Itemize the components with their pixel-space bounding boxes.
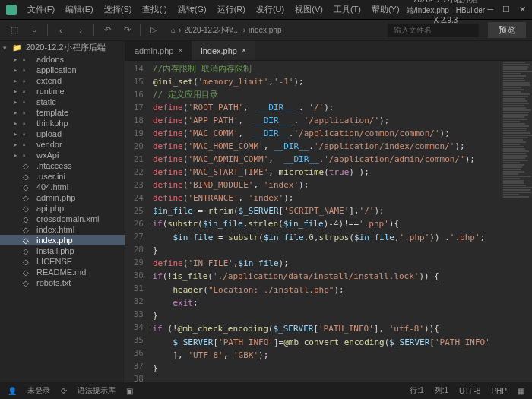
encoding[interactable]: UTF-8 <box>459 387 480 395</box>
window-title: 2020-12.2小程序后端/index.php - HBuilder X 2.… <box>404 0 488 24</box>
tree-file[interactable]: ◇admin.php <box>0 192 125 203</box>
menu-item[interactable]: 选择(S) <box>100 2 137 17</box>
tree-folder[interactable]: ▸▫addons <box>0 54 125 65</box>
editor-tab[interactable]: index.php× <box>192 41 255 60</box>
new-file-icon[interactable]: ▫ <box>26 23 43 38</box>
tree-folder[interactable]: ▸▫extend <box>0 75 125 86</box>
editor-tab[interactable]: admin.php× <box>125 41 192 60</box>
col-indicator[interactable]: 列:1 <box>435 385 448 396</box>
tree-folder[interactable]: ▸▫template <box>0 107 125 118</box>
file-explorer[interactable]: ▾📁2020-12.2小程序后端▸▫addons▸▫application▸▫e… <box>0 41 125 382</box>
syntax-label[interactable]: 语法提示库 <box>78 385 116 396</box>
code-lines[interactable]: //内存限制 取消内存限制 @ini_set('memory_limit','-… <box>150 61 532 382</box>
toggle-sidebar-icon[interactable]: ⬚ <box>6 23 23 38</box>
toolbar: ⬚ ▫ ‹ › ↶ ↷ ▷ ⌂ › 2020-12.2小程... › index… <box>0 20 532 41</box>
preview-button[interactable]: 预览 <box>488 22 526 38</box>
grid-icon[interactable]: ▦ <box>518 387 524 395</box>
tree-folder[interactable]: ▸▫application <box>0 65 125 75</box>
tree-file[interactable]: ◇README.md <box>0 267 125 277</box>
tree-file[interactable]: ◇crossdomain.xml <box>0 214 125 224</box>
tree-file[interactable]: ◇index.php <box>0 235 125 245</box>
user-icon[interactable]: 👤 <box>8 387 17 395</box>
line-gutter: 14 15 16 17 18 19 20 21 22 23 24 25 26 2… <box>125 61 150 382</box>
menu-item[interactable]: 发行(U) <box>252 2 289 17</box>
tree-root[interactable]: ▾📁2020-12.2小程序后端 <box>0 41 125 54</box>
maximize-button[interactable]: ☐ <box>502 5 510 14</box>
tree-file[interactable]: ◇robots.txt <box>0 277 125 288</box>
home-icon[interactable]: ⌂ <box>171 26 176 34</box>
menu-item[interactable]: 运行(R) <box>213 2 250 17</box>
tree-folder[interactable]: ▸▫vendor <box>0 139 125 150</box>
language[interactable]: PHP <box>491 387 507 395</box>
forward-icon[interactable]: › <box>72 23 89 38</box>
run-icon[interactable]: ▷ <box>145 23 162 38</box>
back-icon[interactable]: ‹ <box>52 23 69 38</box>
menu-item[interactable]: 文件(F) <box>23 2 59 17</box>
tree-folder[interactable]: ▸▫thinkphp <box>0 118 125 128</box>
breadcrumb: ⌂ › 2020-12.2小程... › index.php <box>171 25 281 36</box>
window-controls: ─ ☐ ✕ <box>487 5 526 14</box>
titlebar: 文件(F)编辑(E)选择(S)查找(I)跳转(G)运行(R)发行(U)视图(V)… <box>0 0 532 20</box>
status-bar: 👤 未登录 ⟳ 语法提示库 ▣ 行:1 列:1 UTF-8 PHP ▦ <box>0 382 532 399</box>
menu-item[interactable]: 工具(T) <box>329 2 366 17</box>
menu-item[interactable]: 帮助(Y) <box>367 2 404 17</box>
menu-bar: 文件(F)编辑(E)选择(S)查找(I)跳转(G)运行(R)发行(U)视图(V)… <box>23 2 404 17</box>
minimize-button[interactable]: ─ <box>487 5 493 14</box>
close-button[interactable]: ✕ <box>519 5 526 14</box>
tree-folder[interactable]: ▸▫upload <box>0 128 125 139</box>
menu-item[interactable]: 编辑(E) <box>61 2 98 17</box>
tree-file[interactable]: ◇.htaccess <box>0 160 125 171</box>
editor-tabs: admin.php×index.php× <box>125 41 532 61</box>
tree-file[interactable]: ◇index.html <box>0 224 125 235</box>
search-input[interactable]: 输入文件名 <box>388 24 479 37</box>
tree-file[interactable]: ◇404.html <box>0 182 125 192</box>
close-icon[interactable]: × <box>178 46 182 55</box>
line-indicator[interactable]: 行:1 <box>410 385 423 396</box>
tree-file[interactable]: ◇LICENSE <box>0 256 125 267</box>
code-editor[interactable]: 14 15 16 17 18 19 20 21 22 23 24 25 26 2… <box>125 61 532 382</box>
sync-icon[interactable]: ⟳ <box>61 387 67 395</box>
redo-icon[interactable]: ↷ <box>119 23 135 38</box>
menu-item[interactable]: 查找(I) <box>138 2 171 17</box>
tree-file[interactable]: ◇.user.ini <box>0 171 125 182</box>
minimap[interactable] <box>502 61 532 198</box>
editor-area: admin.php×index.php× 14 15 16 17 18 19 2… <box>125 41 532 382</box>
terminal-icon[interactable]: ▣ <box>126 387 133 395</box>
menu-item[interactable]: 视图(V) <box>290 2 328 17</box>
tree-file[interactable]: ◇api.php <box>0 203 125 214</box>
tree-file[interactable]: ◇install.php <box>0 245 125 256</box>
tree-folder[interactable]: ▸▫static <box>0 97 125 107</box>
app-logo <box>6 5 17 15</box>
menu-item[interactable]: 跳转(G) <box>173 2 211 17</box>
login-status[interactable]: 未登录 <box>27 385 50 396</box>
close-icon[interactable]: × <box>242 46 246 55</box>
tree-folder[interactable]: ▸▫runtime <box>0 86 125 97</box>
tree-folder[interactable]: ▸▫wxApi <box>0 150 125 160</box>
undo-icon[interactable]: ↶ <box>99 23 116 38</box>
